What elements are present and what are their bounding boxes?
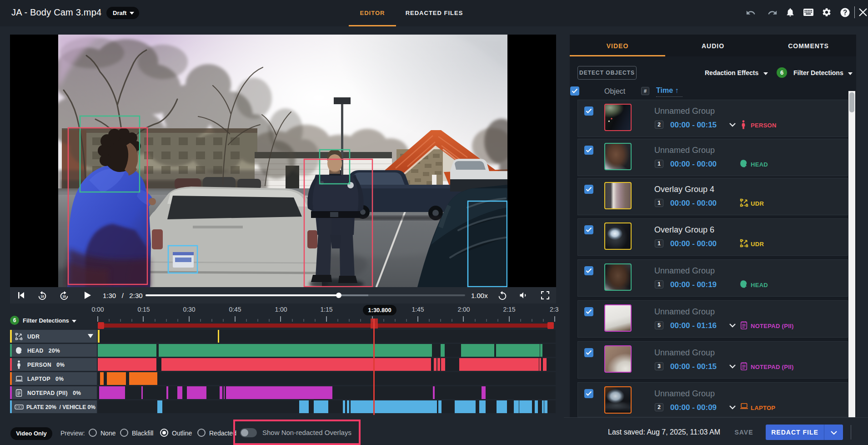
svg-text:10: 10 <box>40 295 44 298</box>
svg-text:10: 10 <box>62 295 66 298</box>
